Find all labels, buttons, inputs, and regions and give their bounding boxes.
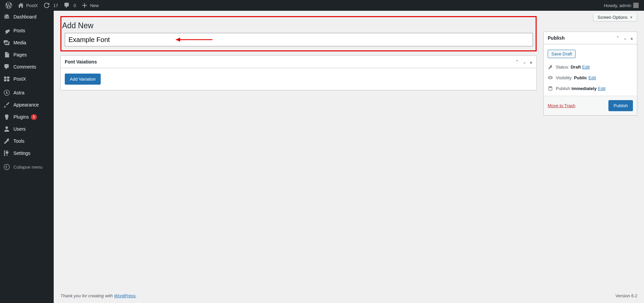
edit-visibility-link[interactable]: Edit	[588, 75, 596, 80]
sidebar-item-users[interactable]: Users	[0, 123, 54, 135]
visibility-row: Visibility: Public Edit	[548, 72, 633, 83]
calendar-icon	[548, 86, 553, 91]
page-title: Add New	[61, 20, 536, 33]
svg-rect-3	[7, 79, 9, 81]
sidebar-item-astra[interactable]: Astra	[0, 87, 54, 99]
my-account[interactable]: Howdy, admin	[601, 0, 641, 11]
svg-point-5	[4, 164, 9, 170]
add-variation-button[interactable]: Add Variation	[65, 74, 101, 85]
sidebar-label: Plugins	[13, 114, 29, 120]
collapse-icon	[3, 164, 10, 170]
site-name-text: PostX	[26, 3, 38, 8]
footer: Thank you for creating with WordPress. V…	[54, 289, 644, 303]
publish-button[interactable]: Publish	[608, 100, 633, 111]
sidebar-label: Appearance	[13, 102, 39, 107]
font-variations-box: Font Vaiations ⌃ ⌄ ▴ Add Variation	[60, 55, 537, 90]
toggle-icon[interactable]: ▴	[530, 59, 532, 64]
admin-bar: PostX 17 0 New Howdy, admin	[0, 0, 644, 11]
user-icon	[3, 126, 10, 132]
brush-icon	[3, 101, 10, 108]
sidebar-label: Pages	[13, 52, 27, 57]
wrench-icon	[3, 138, 10, 144]
publish-title: Publish	[548, 35, 565, 41]
move-down-icon[interactable]: ⌄	[523, 59, 527, 64]
sidebar-item-appearance[interactable]: Appearance	[0, 99, 54, 111]
status-row: Status: Draft Edit	[548, 61, 633, 72]
sidebar-label: Media	[13, 40, 26, 45]
edit-schedule-link[interactable]: Edit	[598, 86, 605, 91]
sidebar-item-dashboard[interactable]: Dashboard	[0, 11, 54, 23]
sidebar-item-tools[interactable]: Tools	[0, 135, 54, 147]
variations-title: Font Vaiations	[65, 59, 97, 64]
new-content-link[interactable]: New	[79, 0, 101, 11]
site-name-link[interactable]: PostX	[15, 0, 41, 11]
plugins-badge: 5	[31, 114, 37, 120]
sidebar-item-pages[interactable]: Pages	[0, 49, 54, 61]
key-icon	[548, 64, 553, 70]
pin-icon	[3, 27, 10, 34]
content-wrap: Screen Options ▼ Add New	[54, 0, 644, 303]
admin-sidebar: Dashboard Posts Media Pages Comments Pos…	[0, 11, 54, 303]
sidebar-item-comments[interactable]: Comments	[0, 61, 54, 73]
move-down-icon[interactable]: ⌄	[623, 36, 627, 40]
comments-count: 0	[73, 3, 76, 8]
wp-logo[interactable]	[3, 0, 15, 11]
sidebar-label: Users	[13, 126, 26, 132]
astra-icon	[3, 89, 10, 96]
settings-icon	[3, 150, 10, 157]
comments-link[interactable]: 0	[61, 0, 79, 11]
annotation-box: Add New	[60, 16, 537, 51]
svg-rect-0	[4, 77, 6, 79]
sidebar-item-plugins[interactable]: Plugins 5	[0, 111, 54, 123]
postx-icon	[3, 76, 10, 82]
updates-count: 17	[53, 3, 58, 8]
toggle-icon[interactable]: ▴	[631, 36, 633, 40]
svg-rect-2	[4, 79, 6, 81]
sidebar-label: Tools	[13, 138, 24, 144]
howdy-text: Howdy, admin	[604, 3, 631, 8]
page-icon	[3, 51, 10, 58]
sidebar-label: Astra	[13, 90, 24, 95]
plugin-icon	[3, 114, 10, 120]
new-label: New	[90, 3, 99, 8]
comment-icon	[3, 63, 10, 70]
move-up-icon[interactable]: ⌃	[616, 36, 620, 40]
sidebar-item-media[interactable]: Media	[0, 37, 54, 49]
screen-options-label: Screen Options	[597, 15, 628, 20]
sidebar-item-posts[interactable]: Posts	[0, 25, 54, 37]
save-draft-button[interactable]: Save Draft	[548, 50, 576, 58]
sidebar-label: Settings	[13, 150, 31, 156]
sidebar-label: PostX	[13, 76, 26, 82]
sidebar-label: Posts	[13, 28, 25, 33]
version-text: Version 6.2	[615, 293, 637, 298]
sidebar-item-postx[interactable]: PostX	[0, 73, 54, 85]
publish-box: Publish ⌃ ⌄ ▴ Save Draft Sta	[543, 32, 637, 116]
dashboard-icon	[3, 13, 10, 20]
move-to-trash-link[interactable]: Move to Trash	[548, 103, 575, 108]
screen-options-toggle[interactable]: Screen Options ▼	[593, 13, 637, 21]
collapse-menu[interactable]: Collapse menu	[0, 161, 54, 173]
caret-down-icon: ▼	[630, 15, 633, 19]
sidebar-label: Comments	[13, 64, 36, 70]
visibility-icon	[548, 75, 553, 80]
edit-status-link[interactable]: Edit	[582, 64, 590, 70]
avatar	[633, 3, 639, 8]
move-up-icon[interactable]: ⌃	[515, 59, 519, 64]
sidebar-item-settings[interactable]: Settings	[0, 147, 54, 159]
svg-rect-1	[7, 77, 9, 79]
media-icon	[3, 39, 10, 46]
updates-link[interactable]: 17	[41, 0, 61, 11]
wordpress-link[interactable]: WordPress	[114, 293, 136, 298]
title-input[interactable]	[65, 33, 533, 46]
schedule-row: Publish immediately Edit	[548, 83, 633, 94]
collapse-label: Collapse menu	[13, 165, 43, 170]
sidebar-label: Dashboard	[13, 14, 37, 19]
